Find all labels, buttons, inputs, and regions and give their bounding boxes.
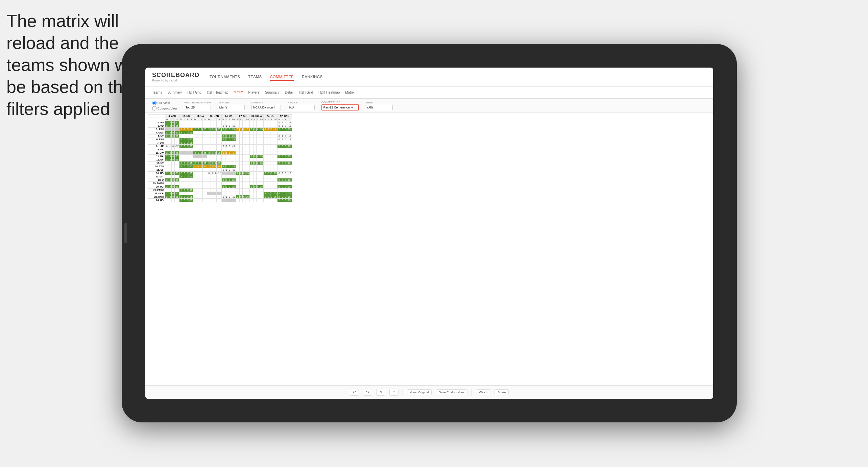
matrix-cell: 1 (281, 124, 284, 128)
sub-nav-matrix[interactable]: Matrix (234, 88, 243, 97)
matrix-cell (267, 145, 270, 148)
matrix-cell: 0 (284, 138, 287, 141)
matrix-cell: 25 (287, 155, 292, 158)
matrix-cell: 0 (242, 128, 245, 131)
division-select[interactable]: NCAA Division I NCAA Division II (251, 105, 281, 110)
gender-select[interactable]: Men's Women's (218, 105, 245, 110)
toolbar-sep-1 (403, 389, 403, 396)
matrix-cell (242, 162, 245, 165)
matrix-cell (228, 162, 231, 165)
matrix-cell (197, 134, 200, 138)
matrix-cell (259, 168, 264, 172)
row-team-label: 3. ASU (148, 128, 165, 131)
matrix-cell (203, 168, 207, 172)
matrix-cell (256, 195, 259, 199)
undo-button[interactable]: ↩ (350, 389, 359, 396)
share-label: Share (498, 391, 506, 394)
matrix-cell (236, 124, 240, 128)
matrix-cell (193, 182, 197, 185)
matrix-cell: 0 (214, 128, 217, 131)
matrix-cell (281, 131, 284, 134)
matrix-cell (259, 124, 264, 128)
matrix-cell (225, 189, 228, 192)
matrix-cell (211, 192, 214, 195)
matrix-cell: 1 (281, 134, 284, 138)
matrix-content[interactable]: 3. ASU 10. UW 11. UA 22. UCB 24. UO 27. … (145, 113, 713, 385)
matrix-cell: 25 (175, 155, 179, 158)
matrix-cell (179, 155, 183, 158)
matrix-cell: 0 (284, 172, 287, 175)
nav-teams[interactable]: TEAMS (248, 73, 262, 81)
matrix-cell (214, 138, 217, 141)
matrix-cell: 25 (245, 172, 250, 175)
matrix-cell (211, 134, 214, 138)
matrix-cell (245, 145, 250, 148)
matrix-cell (200, 124, 203, 128)
refresh-button[interactable]: ↻ (376, 389, 385, 396)
sub-nav-teams[interactable]: Teams (152, 88, 162, 97)
matrix-cell (197, 195, 200, 199)
matrix-cell: 1 (221, 151, 225, 155)
table-row: 18. U200252002520025 (148, 178, 292, 182)
zoom-button[interactable]: ⊕ (389, 389, 399, 396)
matrix-cell (239, 182, 242, 185)
nav-committee[interactable]: COMMITTEE (270, 73, 294, 81)
matrix-cell (175, 189, 179, 192)
region-select[interactable]: N/A East West (288, 105, 315, 110)
sub-nav-summary[interactable]: Summary (167, 88, 182, 97)
matrix-cell (172, 138, 175, 141)
matrix-cell (211, 178, 214, 182)
region-label: Region (288, 101, 315, 104)
matrix-cell (273, 182, 278, 185)
matrix-cell (183, 158, 186, 162)
matrix-cell (203, 124, 207, 128)
matrix-cell: 0 (197, 162, 200, 165)
matrix-cell: 2 (165, 131, 169, 134)
share-button[interactable]: Share (495, 389, 509, 395)
matrix-cell (193, 192, 197, 195)
max-teams-select[interactable]: Top 25 Top 10 Top 50 (184, 105, 211, 110)
matrix-cell (253, 124, 256, 128)
matrix-cell: 0 (169, 178, 172, 182)
sub-nav-h2h-grid2[interactable]: H2H Grid (299, 88, 313, 97)
matrix-cell (242, 182, 245, 185)
matrix-cell (211, 131, 214, 134)
matrix-cell (273, 178, 278, 182)
nav-rankings[interactable]: RANKINGS (302, 73, 322, 81)
sub-nav-h2h-heatmap2[interactable]: H2H Heatmap (318, 88, 340, 97)
matrix-cell (193, 185, 197, 189)
sub-nav-h2h-grid[interactable]: H2H Grid (187, 88, 201, 97)
matrix-cell: 0 (221, 168, 225, 172)
matrix-cell: 25 (231, 185, 236, 189)
matrix-cell: 0 (256, 128, 259, 131)
sub-nav-summary2[interactable]: Summary (265, 88, 280, 97)
view-original-button[interactable]: View: Original (407, 389, 432, 395)
table-row: 24. UO2002520025 (148, 199, 292, 202)
matrix-cell (231, 131, 236, 134)
redo-button[interactable]: ↪ (363, 389, 372, 396)
sub-nav-detail[interactable]: Detail (285, 88, 294, 97)
sub-nav-players[interactable]: Players (248, 88, 260, 97)
matrix-cell (183, 192, 186, 195)
row-team-label: 17. GIT (148, 175, 165, 178)
team-select[interactable]: (All) (366, 105, 393, 110)
compact-view-radio[interactable]: Compact View (152, 106, 177, 110)
matrix-cell: -12 (231, 145, 236, 148)
matrix-cell (278, 151, 281, 155)
watch-button[interactable]: Watch (476, 389, 490, 395)
sub-nav-matrix2[interactable]: Matrix (345, 88, 354, 97)
full-view-radio[interactable]: Full View (152, 101, 177, 105)
matrix-cell (253, 158, 256, 162)
conference-select[interactable]: Pac-12 Conference ▼ (All) (321, 104, 359, 110)
matrix-cell (256, 172, 259, 175)
sub-nav-h2h-heatmap[interactable]: H2H Heatmap (207, 88, 228, 97)
matrix-cell (273, 145, 278, 148)
matrix-cell: 25 (189, 162, 193, 165)
matrix-cell (165, 168, 169, 172)
matrix-cell: 2 (179, 189, 183, 192)
save-custom-button[interactable]: Save Custom View (436, 389, 467, 395)
matrix-cell (189, 158, 193, 162)
matrix-cell: 25 (273, 192, 278, 195)
nav-tournaments[interactable]: TOURNAMENTS (210, 73, 240, 81)
matrix-cell (245, 124, 250, 128)
